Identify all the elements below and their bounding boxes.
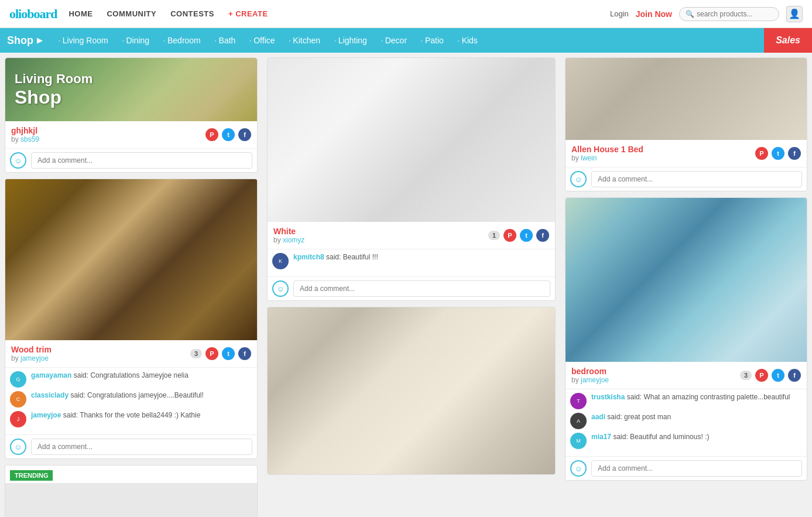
- search-box: 🔍: [679, 7, 779, 21]
- trending-image: [5, 483, 257, 517]
- twitter-icon-bedroom[interactable]: t: [772, 369, 784, 382]
- twitter-icon-wood[interactable]: t: [222, 347, 235, 360]
- twitter-icon-allen[interactable]: t: [772, 147, 784, 160]
- lower-center-card: [267, 307, 556, 475]
- dot-icon: •: [122, 38, 124, 43]
- commenter-link[interactable]: classiclady: [31, 391, 68, 399]
- dot-icon: •: [334, 38, 336, 43]
- card-title-bedroom[interactable]: bedroom: [571, 367, 609, 376]
- commenter-link[interactable]: mia17: [591, 433, 611, 441]
- nav-home[interactable]: HOME: [68, 9, 92, 18]
- shop-cat-dining[interactable]: • Dining: [115, 36, 157, 45]
- shop-cat-kids[interactable]: • Kids: [451, 36, 485, 45]
- shop-cat-bath[interactable]: • Bath: [208, 36, 243, 45]
- commenter-link[interactable]: trustkisha: [591, 393, 625, 401]
- comment-avatar-wood: ☺: [10, 439, 26, 455]
- sales-button[interactable]: Sales: [764, 28, 812, 53]
- shop-cat-office[interactable]: • Office: [242, 36, 282, 45]
- comment-row: G gamayaman said: Congratulations Jameyj…: [10, 371, 252, 388]
- comment-count-wood: 3: [190, 349, 202, 358]
- pinterest-icon-allen[interactable]: P: [755, 147, 768, 160]
- commenter-link[interactable]: kpmitch8: [293, 253, 324, 261]
- user-avatar[interactable]: 👤: [786, 6, 803, 22]
- facebook-icon-allen[interactable]: f: [788, 147, 801, 160]
- commenter-link[interactable]: gamayaman: [31, 371, 71, 379]
- comment-text: jameyjoe said: Thanks for the vote bella…: [31, 411, 200, 419]
- comment-avatar-white: ☺: [272, 280, 289, 297]
- card-title-wood[interactable]: Wood trim: [11, 345, 52, 354]
- card-actions-allen: P t f: [755, 147, 801, 160]
- comment-count-white: 1: [488, 231, 500, 240]
- twitter-icon-white[interactable]: t: [520, 229, 533, 242]
- pinterest-icon[interactable]: P: [205, 128, 218, 141]
- facebook-icon-white[interactable]: f: [536, 229, 549, 242]
- shop-cat-patio[interactable]: • Patio: [414, 36, 451, 45]
- card-actions-white: 1 P t f: [488, 229, 549, 242]
- commenter-avatar: G: [10, 371, 26, 388]
- facebook-icon[interactable]: f: [238, 128, 251, 141]
- comment-text: kpmitch8 said: Beautiful !!!: [293, 253, 378, 261]
- comment-input-allen[interactable]: [591, 171, 802, 187]
- bedroom-card: bedroom by jameyjoe 3 P t f T trustkisha…: [565, 197, 807, 481]
- dot-icon: •: [215, 38, 217, 43]
- shop-cat-living-room[interactable]: • Living Room: [52, 36, 115, 45]
- comment-text: trustkisha said: What an amazing contras…: [591, 393, 790, 401]
- comment-row: T trustkisha said: What an amazing contr…: [570, 393, 802, 409]
- card-title-white[interactable]: White: [273, 227, 304, 236]
- facebook-icon-wood[interactable]: f: [238, 347, 251, 360]
- twitter-icon[interactable]: t: [222, 128, 235, 141]
- nav-create[interactable]: + CREATE: [228, 9, 268, 18]
- card-footer-top: ghjhkjl by sbs59 P t f: [5, 121, 257, 148]
- login-link[interactable]: Login: [610, 9, 629, 18]
- card-title-allen[interactable]: Allen House 1 Bed: [571, 145, 643, 154]
- card-actions-top: P t f: [205, 128, 251, 141]
- nav-community[interactable]: COMMUNITY: [107, 9, 156, 18]
- card-author-allen[interactable]: lwein: [581, 154, 597, 162]
- shop-cat-decor[interactable]: • Decor: [374, 36, 414, 45]
- dot-icon: •: [381, 38, 383, 43]
- logo[interactable]: olioboard: [9, 6, 57, 22]
- white-room-image: [268, 58, 555, 222]
- card-footer-white: White by xiomyz 1 P t f: [268, 222, 555, 249]
- comment-input-row-wood: ☺: [5, 434, 257, 458]
- comment-input-white[interactable]: [293, 280, 550, 297]
- commenter-link[interactable]: aadi: [591, 413, 605, 421]
- card-author-wood[interactable]: jameyjoe: [20, 354, 49, 362]
- shop-chevron-icon: ▶: [37, 36, 42, 44]
- dot-icon: •: [163, 38, 165, 43]
- card-author-top[interactable]: sbs59: [20, 135, 39, 143]
- shop-cat-kitchen[interactable]: • Kitchen: [282, 36, 328, 45]
- comments-wood: G gamayaman said: Congratulations Jameyj…: [5, 367, 257, 434]
- nav-contests[interactable]: CONTESTS: [170, 9, 214, 18]
- card-meta-white: White by xiomyz: [273, 227, 304, 244]
- join-button[interactable]: Join Now: [636, 9, 672, 19]
- comment-input-bedroom[interactable]: [591, 460, 802, 477]
- card-author-bedroom[interactable]: jameyjoe: [581, 376, 609, 384]
- card-title-top[interactable]: ghjhkjl: [11, 126, 39, 135]
- facebook-icon-bedroom[interactable]: f: [788, 369, 801, 382]
- pinterest-icon-white[interactable]: P: [503, 229, 516, 242]
- commenter-avatar: M: [570, 433, 587, 449]
- search-input[interactable]: [697, 10, 773, 18]
- shop-bar: Shop ▶ • Living Room • Dining • Bedroom …: [0, 28, 812, 53]
- allen-image: [566, 58, 807, 140]
- comments-bedroom: T trustkisha said: What an amazing contr…: [566, 389, 807, 456]
- dot-icon: •: [59, 38, 60, 43]
- comment-body: said: Congratulations Jameyjoe nelia: [74, 371, 189, 379]
- shop-cat-lighting[interactable]: • Lighting: [327, 36, 374, 45]
- comment-input-top[interactable]: [31, 152, 252, 169]
- card-author-white[interactable]: xiomyz: [283, 236, 304, 244]
- comment-avatar-top: ☺: [10, 152, 26, 169]
- main-container: Living Room Shop ghjhkjl by sbs59 P t f …: [0, 53, 812, 517]
- comment-count-bedroom: 3: [740, 371, 752, 380]
- shop-label[interactable]: Shop ▶: [0, 28, 52, 53]
- commenter-link[interactable]: jameyjoe: [31, 411, 61, 419]
- comment-body: said: Thanks for the vote bella2449 :) K…: [63, 411, 201, 419]
- pinterest-icon-bedroom[interactable]: P: [755, 369, 768, 382]
- comment-row: M mia17 said: Beautiful and luminous! :): [570, 433, 802, 449]
- comment-input-wood[interactable]: [31, 439, 252, 455]
- shop-cat-bedroom[interactable]: • Bedroom: [156, 36, 208, 45]
- commenter-avatar: K: [272, 253, 289, 269]
- comment-text: classiclady said: Congratulations jameyj…: [31, 391, 204, 399]
- pinterest-icon-wood[interactable]: P: [205, 347, 218, 360]
